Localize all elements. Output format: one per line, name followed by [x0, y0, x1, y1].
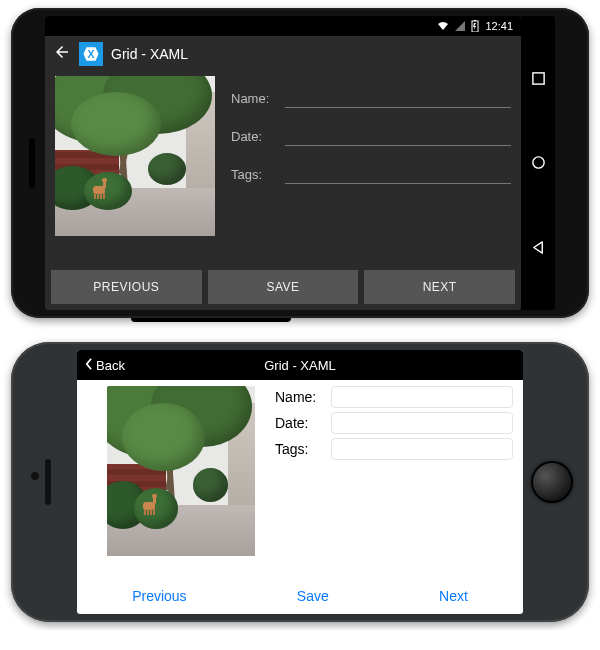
ios-home-button-area — [523, 350, 581, 614]
ios-content: Name: Date: Tags: — [77, 380, 523, 578]
next-button[interactable]: Next — [439, 588, 468, 604]
svg-rect-4 — [532, 73, 543, 84]
statusbar-clock: 12:41 — [485, 20, 513, 32]
name-label: Name: — [231, 91, 279, 108]
signal-icon — [455, 21, 465, 31]
android-nav-bar — [521, 16, 555, 310]
form-row-tags: Tags: — [275, 438, 513, 460]
date-input[interactable] — [285, 124, 511, 146]
date-input[interactable] — [331, 412, 513, 434]
home-icon[interactable] — [531, 155, 546, 170]
date-label: Date: — [231, 129, 279, 146]
android-device-frame: 12:41 X Grid - XAML — [11, 8, 589, 318]
form: Name: Date: Tags: — [231, 76, 511, 264]
android-appbar: X Grid - XAML — [45, 36, 521, 72]
android-statusbar: 12:41 — [45, 16, 521, 36]
navbar-title: Grid - XAML — [264, 358, 336, 373]
chevron-left-icon — [83, 357, 94, 374]
date-label: Date: — [275, 415, 325, 431]
android-content: Name: Date: Tags: — [45, 72, 521, 264]
svg-rect-1 — [474, 20, 476, 21]
back-arrow-icon[interactable] — [53, 43, 71, 65]
tags-label: Tags: — [231, 167, 279, 184]
next-button[interactable]: NEXT — [364, 270, 515, 304]
ios-bottom-buttons: Previous Save Next — [77, 578, 523, 614]
name-input[interactable] — [285, 86, 511, 108]
android-earpiece — [19, 16, 45, 310]
ios-navbar: Back Grid - XAML — [77, 350, 523, 380]
battery-icon — [471, 20, 479, 32]
form-row-date: Date: — [275, 412, 513, 434]
android-bottom-buttons: PREVIOUS SAVE NEXT — [45, 264, 521, 310]
appbar-title: Grid - XAML — [111, 46, 188, 62]
ios-device-frame: Back Grid - XAML Na — [11, 342, 589, 622]
previous-button[interactable]: PREVIOUS — [51, 270, 202, 304]
svg-text:X: X — [87, 48, 94, 60]
back-icon[interactable] — [531, 240, 546, 255]
android-screen: 12:41 X Grid - XAML — [45, 16, 521, 310]
photo-preview — [55, 76, 215, 236]
xamarin-logo-icon: X — [79, 42, 103, 66]
previous-button[interactable]: Previous — [132, 588, 186, 604]
save-button[interactable]: SAVE — [208, 270, 359, 304]
photo-preview — [107, 386, 255, 556]
save-button[interactable]: Save — [297, 588, 329, 604]
form: Name: Date: Tags: — [275, 386, 513, 578]
form-row-date: Date: — [231, 124, 511, 146]
name-label: Name: — [275, 389, 325, 405]
tags-input[interactable] — [331, 438, 513, 460]
home-button[interactable] — [531, 461, 573, 503]
recent-apps-icon[interactable] — [531, 71, 546, 86]
form-row-name: Name: — [231, 86, 511, 108]
svg-point-5 — [532, 157, 543, 168]
back-button[interactable]: Back — [83, 357, 125, 374]
form-row-tags: Tags: — [231, 162, 511, 184]
tags-input[interactable] — [285, 162, 511, 184]
wifi-icon — [437, 21, 449, 31]
ios-earpiece-area — [19, 350, 77, 614]
tags-label: Tags: — [275, 441, 325, 457]
form-row-name: Name: — [275, 386, 513, 408]
ios-screen: Back Grid - XAML Na — [77, 350, 523, 614]
name-input[interactable] — [331, 386, 513, 408]
back-label: Back — [96, 358, 125, 373]
